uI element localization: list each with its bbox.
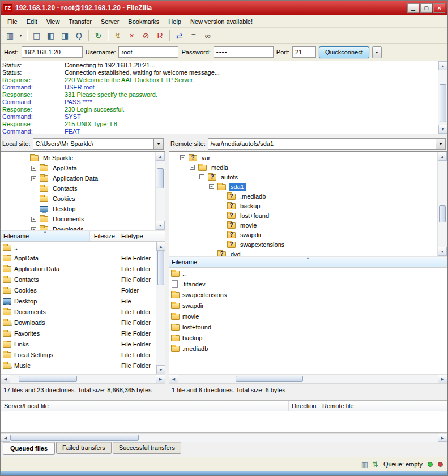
scrollbar-track[interactable]	[156, 161, 165, 221]
file-row-appdata[interactable]: AppDataFile Folder	[1, 252, 156, 263]
queue-hscrollbar[interactable]: ◀▶	[1, 433, 447, 442]
file-row-documents[interactable]: DocumentsFile Folder	[1, 306, 156, 317]
scroll-down-icon[interactable]: ▼	[438, 125, 447, 134]
local-tree-scrollbar[interactable]: ▲▼	[155, 152, 165, 230]
toggle-local-tree-button[interactable]: ◧	[44, 29, 58, 42]
menu-item-view[interactable]: View	[42, 16, 65, 27]
site-manager-button[interactable]: ▦	[3, 29, 17, 42]
expand-icon[interactable]: +	[31, 166, 36, 171]
queue-splitter[interactable]	[1, 396, 447, 400]
scroll-right-icon[interactable]: ▶	[438, 434, 447, 442]
tree-item-var[interactable]: −?var	[169, 153, 437, 162]
remote-list-hscrollbar[interactable]: ◀▶	[169, 374, 447, 383]
tab-failed-transfers[interactable]: Failed transfers	[56, 442, 112, 454]
tree-item-swapdir[interactable]: ?swapdir	[169, 230, 437, 239]
scroll-left-icon[interactable]: ◀	[169, 375, 178, 383]
collapse-icon[interactable]: −	[209, 184, 214, 189]
collapse-icon[interactable]: −	[190, 165, 195, 170]
scroll-up-icon[interactable]: ▲	[156, 152, 165, 161]
file-row-lost-found[interactable]: lost+found	[169, 321, 447, 332]
close-button[interactable]: ×	[433, 3, 445, 13]
toggle-remote-tree-button[interactable]: ◨	[58, 29, 72, 42]
tree-item-documents[interactable]: +Documents	[1, 214, 155, 224]
scroll-up-icon[interactable]: ▲	[438, 61, 447, 70]
quickconnect-button[interactable]: Quickconnect	[319, 46, 369, 58]
tree-item-contacts[interactable]: Contacts	[1, 183, 155, 194]
scrollbar-thumb[interactable]	[157, 251, 164, 285]
message-log-scrollbar[interactable]: ▲▼	[438, 61, 447, 134]
scroll-right-icon[interactable]: ▶	[156, 375, 165, 383]
maximize-button[interactable]: ▢	[420, 3, 432, 13]
file-row-item[interactable]: ..	[169, 268, 447, 278]
tree-item-appdata[interactable]: +AppData	[1, 163, 155, 173]
collapse-icon[interactable]: −	[199, 174, 204, 179]
disconnect-button[interactable]: ⊘	[139, 29, 153, 42]
local-list-hscrollbar[interactable]: ◀▶	[1, 374, 165, 383]
tree-item-backup[interactable]: ?backup	[169, 201, 437, 211]
file-row-backup[interactable]: backup	[169, 332, 447, 343]
scrollbar-thumb[interactable]	[19, 376, 77, 382]
column-header-filesize[interactable]: Filesize	[90, 231, 118, 241]
tree-item-media[interactable]: −media	[169, 162, 437, 172]
menu-item-server[interactable]: Server	[96, 16, 123, 27]
menu-item-help[interactable]: Help	[164, 16, 186, 27]
scroll-down-icon[interactable]: ▼	[156, 365, 165, 374]
file-row-titandev[interactable]: .titandev	[169, 278, 447, 289]
scrollbar-track[interactable]	[156, 251, 165, 365]
remote-site-dropdown[interactable]: ▾	[436, 139, 445, 149]
sync-browsing-button[interactable]: ≡	[186, 29, 200, 42]
local-list-scrollbar[interactable]: ▲▼	[156, 242, 165, 374]
refresh-button[interactable]: ↻	[91, 29, 105, 42]
transfer-queue-list[interactable]	[1, 411, 447, 433]
scrollbar-thumb[interactable]	[236, 376, 303, 382]
expand-icon[interactable]: +	[31, 217, 36, 222]
remote-tree-scrollbar[interactable]: ▲▼	[437, 152, 447, 256]
port-input[interactable]	[292, 46, 316, 58]
username-input[interactable]	[118, 46, 178, 58]
tree-item-downloads[interactable]: +↓Downloads	[1, 224, 155, 230]
menu-item-transfer[interactable]: Transfer	[64, 16, 96, 27]
scrollbar-thumb[interactable]	[440, 84, 446, 122]
file-row-links[interactable]: LinksFile Folder	[1, 338, 156, 349]
file-row-swapextensions[interactable]: swapextensions	[169, 289, 447, 300]
scroll-left-icon[interactable]: ◀	[1, 434, 10, 442]
scroll-right-icon[interactable]: ▶	[438, 375, 447, 383]
remote-site-combo[interactable]: /var/media/autofs/sda1 ▾	[208, 138, 446, 150]
scrollbar-thumb[interactable]	[157, 168, 164, 188]
tree-item-dvd[interactable]: ?dvd	[169, 249, 437, 256]
site-manager-dropdown[interactable]: ▾	[17, 29, 24, 42]
column-header-filename[interactable]: Filename▲	[169, 257, 447, 267]
menu-item-edit[interactable]: Edit	[22, 16, 42, 27]
menu-item-new-version-available[interactable]: New version available!	[186, 16, 257, 27]
expand-icon[interactable]: +	[31, 176, 36, 181]
tree-item-swapextensions[interactable]: ?swapextensions	[169, 239, 437, 249]
menu-item-bookmarks[interactable]: Bookmarks	[123, 16, 164, 27]
tree-item-movie[interactable]: ?movie	[169, 220, 437, 230]
scrollbar-thumb[interactable]	[10, 435, 139, 441]
speed-limits-icon[interactable]: ⇅	[372, 461, 378, 468]
file-row-swapdir[interactable]: swapdir	[169, 300, 447, 311]
column-header-server-local-file[interactable]: Server/Local file	[1, 401, 289, 411]
scrollbar-track[interactable]	[438, 161, 447, 247]
column-header-filename[interactable]: Filename▲	[1, 231, 90, 241]
column-header-filetype[interactable]: Filetype	[118, 231, 163, 241]
process-queue-button[interactable]: ↯	[110, 29, 125, 42]
minimize-button[interactable]: ▁	[407, 3, 419, 13]
local-site-dropdown[interactable]: ▾	[153, 139, 163, 149]
scroll-down-icon[interactable]: ▼	[438, 247, 447, 256]
toggle-queue-button[interactable]: Q	[72, 29, 86, 42]
file-row-item[interactable]: ..	[1, 242, 156, 252]
host-input[interactable]	[22, 46, 83, 58]
scrollbar-track[interactable]	[438, 70, 447, 125]
compare-directories-button[interactable]: ⇄	[172, 29, 186, 42]
scroll-up-icon[interactable]: ▲	[438, 152, 447, 161]
file-row-application-data[interactable]: Application DataFile Folder	[1, 263, 156, 274]
tab-successful-transfers[interactable]: Successful transfers	[113, 442, 181, 454]
scrollbar-track[interactable]	[10, 375, 156, 383]
quickconnect-dropdown[interactable]: ▾	[372, 46, 382, 58]
file-row-mediadb[interactable]: .mediadb	[169, 343, 447, 354]
scrollbar-track[interactable]	[10, 434, 438, 442]
tab-queued-files[interactable]: Queued files	[3, 442, 55, 455]
reconnect-button[interactable]: R	[153, 29, 167, 42]
tree-item-mediadb[interactable]: ?.mediadb	[169, 191, 437, 201]
